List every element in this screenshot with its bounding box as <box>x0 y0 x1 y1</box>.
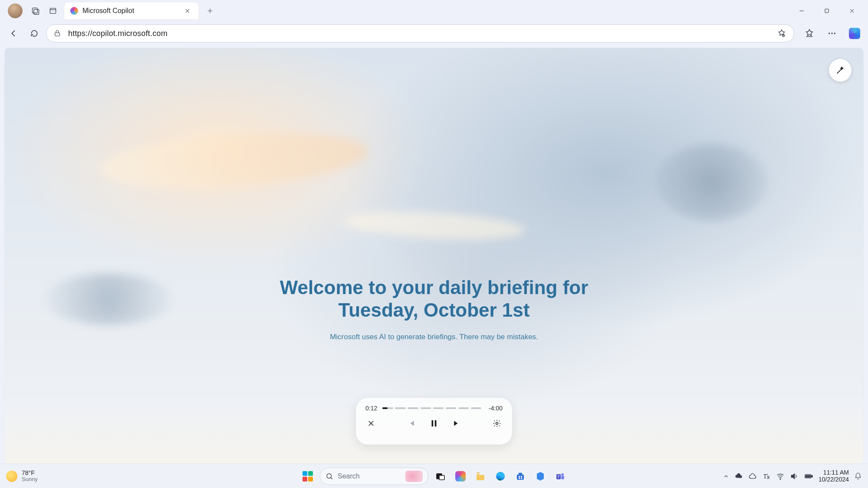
player-track[interactable] <box>382 407 483 409</box>
browser-toolbar: https://copilot.microsoft.com <box>0 22 868 45</box>
player-settings-button[interactable] <box>491 418 503 429</box>
player-timeline[interactable]: 0:12 -4:00 <box>365 405 503 412</box>
svg-rect-1 <box>34 10 39 15</box>
tab-close-button[interactable] <box>182 6 193 16</box>
tray-notifications-icon[interactable] <box>854 472 862 480</box>
svg-rect-0 <box>33 8 38 13</box>
briefing-headline: Welcome to your daily briefing for Tuesd… <box>280 276 589 321</box>
svg-point-12 <box>327 474 332 478</box>
player-close-button[interactable] <box>365 418 377 429</box>
svg-rect-25 <box>561 476 564 479</box>
svg-point-11 <box>496 422 498 425</box>
svg-rect-19 <box>521 476 522 477</box>
svg-rect-20 <box>519 478 520 479</box>
taskbar-explorer-button[interactable] <box>473 468 488 484</box>
svg-point-8 <box>834 33 835 34</box>
address-bar-url: https://copilot.microsoft.com <box>68 29 168 38</box>
copilot-toolbar-button[interactable] <box>845 24 864 43</box>
search-highlight-icon <box>405 471 423 482</box>
start-button[interactable] <box>300 468 316 484</box>
tray-clock[interactable]: 11:11 AM 10/22/2024 <box>819 469 849 483</box>
address-bar[interactable]: https://copilot.microsoft.com <box>46 24 794 43</box>
taskbar-taskview-button[interactable] <box>433 468 448 484</box>
svg-rect-3 <box>825 9 829 13</box>
tray-battery-icon[interactable] <box>804 472 813 481</box>
svg-rect-14 <box>439 475 444 480</box>
gear-icon <box>493 419 501 428</box>
svg-text:T: T <box>557 475 560 479</box>
magic-wand-icon <box>835 66 845 75</box>
svg-rect-10 <box>435 420 437 427</box>
svg-rect-17 <box>519 473 522 475</box>
player-elapsed: 0:12 <box>365 405 377 412</box>
nav-back-button[interactable] <box>4 24 23 43</box>
player-next-button[interactable] <box>451 418 462 429</box>
player-prev-button[interactable] <box>406 418 417 429</box>
tray-volume-icon[interactable] <box>790 472 799 481</box>
profile-avatar[interactable] <box>8 3 23 18</box>
svg-point-6 <box>829 33 830 34</box>
workspaces-icon[interactable] <box>27 2 44 20</box>
window-controls <box>789 1 865 20</box>
svg-rect-9 <box>432 420 434 427</box>
more-button[interactable] <box>823 24 841 43</box>
svg-rect-16 <box>517 475 524 480</box>
copilot-icon <box>849 28 860 39</box>
taskbar-weather[interactable]: 78°F Sunny <box>6 470 38 483</box>
taskbar-teams-button[interactable]: T <box>552 468 568 484</box>
player-pause-button[interactable] <box>428 418 440 429</box>
svg-rect-28 <box>806 475 811 477</box>
taskbar-m365-button[interactable] <box>533 468 548 484</box>
customize-fab-button[interactable] <box>829 59 852 82</box>
site-permissions-icon[interactable] <box>53 29 62 38</box>
weather-temp: 78°F <box>22 470 38 476</box>
window-maximize-button[interactable] <box>814 1 839 20</box>
search-icon <box>326 472 333 480</box>
tab-actions-icon[interactable] <box>44 2 62 20</box>
taskbar-edge-button[interactable] <box>493 468 508 484</box>
svg-point-7 <box>831 33 832 34</box>
titlebar: Microsoft Copilot <box>0 0 868 22</box>
svg-rect-29 <box>812 475 812 477</box>
tab-title: Microsoft Copilot <box>82 7 182 15</box>
taskbar-store-button[interactable] <box>513 468 528 484</box>
svg-rect-2 <box>50 8 56 13</box>
taskbar-search-placeholder: Search <box>338 472 360 480</box>
favorites-button[interactable] <box>800 24 819 43</box>
player-remaining: -4:00 <box>489 405 503 412</box>
taskbar: 78°F Sunny Search T 11:11 AM 10/22/ <box>0 464 868 488</box>
new-tab-button[interactable] <box>201 2 219 20</box>
sun-icon <box>6 471 17 482</box>
tray-wifi-icon[interactable] <box>776 472 785 481</box>
svg-point-24 <box>561 473 564 476</box>
taskbar-copilot-button[interactable] <box>453 468 468 484</box>
tray-onedrive-icon[interactable] <box>734 472 743 481</box>
svg-rect-21 <box>521 478 522 479</box>
briefing-heading-block: Welcome to your daily briefing for Tuesd… <box>4 276 864 341</box>
window-close-button[interactable] <box>839 1 865 20</box>
shopping-icon[interactable] <box>776 27 788 39</box>
window-minimize-button[interactable] <box>789 1 814 20</box>
taskbar-search[interactable]: Search <box>320 468 428 485</box>
briefing-disclaimer: Microsoft uses AI to generate briefings.… <box>330 333 538 341</box>
copilot-favicon-icon <box>70 7 78 15</box>
tray-language-icon[interactable] <box>762 472 771 481</box>
page-viewport: Welcome to your daily briefing for Tuesd… <box>4 48 864 464</box>
svg-rect-4 <box>55 33 60 36</box>
weather-condition: Sunny <box>22 476 38 482</box>
svg-rect-18 <box>519 476 520 477</box>
svg-point-26 <box>780 478 781 479</box>
audio-player: 0:12 -4:00 <box>356 398 512 445</box>
tray-chevron-up-icon[interactable] <box>723 473 729 479</box>
nav-refresh-button[interactable] <box>25 24 43 43</box>
browser-tab[interactable]: Microsoft Copilot <box>64 2 199 20</box>
tray-cloud-icon[interactable] <box>748 472 757 481</box>
system-tray: 11:11 AM 10/22/2024 <box>723 469 862 483</box>
